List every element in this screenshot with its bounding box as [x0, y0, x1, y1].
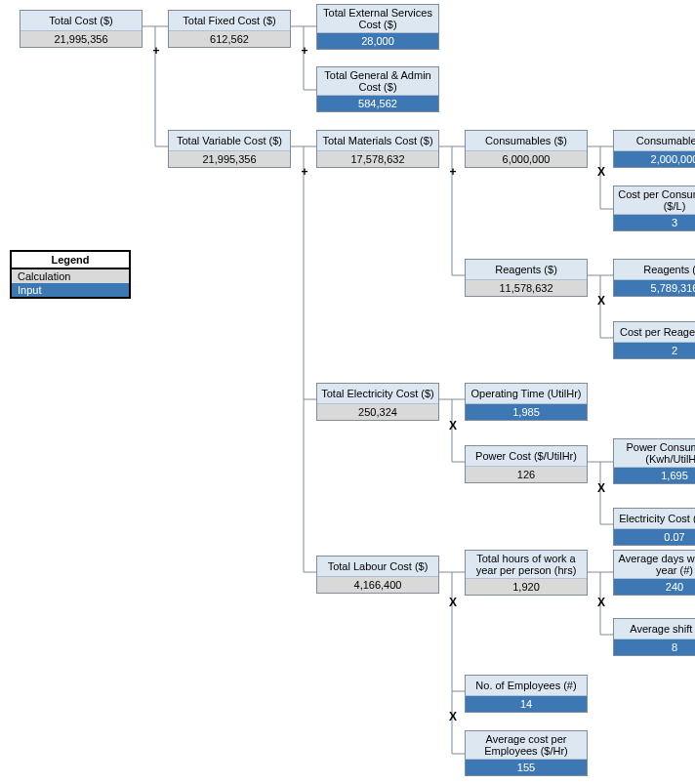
- node-title: Reagents ($): [466, 260, 587, 280]
- op-plus: +: [447, 166, 459, 178]
- node-value: 1,985: [466, 404, 587, 420]
- op-times: X: [447, 420, 459, 432]
- node-value: 4,166,400: [317, 577, 438, 593]
- node-title: Average cost per Employees ($/Hr): [466, 731, 587, 760]
- node-avg-cost-emp: Average cost per Employees ($/Hr) 155: [465, 730, 588, 776]
- op-plus: +: [299, 166, 310, 178]
- op-times: X: [595, 597, 607, 608]
- node-title: Average days worked a year (#): [614, 551, 695, 579]
- node-value: 240: [614, 579, 695, 595]
- op-times: X: [595, 482, 607, 494]
- node-title: Total Materials Cost ($): [317, 131, 438, 151]
- node-consumable-l: Consumable (L) 2,000,000: [613, 130, 695, 168]
- node-total-cost: Total Cost ($) 21,995,356: [20, 10, 143, 48]
- op-times: X: [595, 166, 607, 178]
- node-value: 28,000: [317, 33, 438, 49]
- node-ext-services: Total External Services Cost ($) 28,000: [316, 4, 439, 50]
- op-times: X: [595, 295, 607, 307]
- node-avg-shift: Average shift (Hrs) 8: [613, 618, 695, 656]
- node-value: 11,578,632: [466, 280, 587, 296]
- op-plus: +: [150, 45, 162, 57]
- node-value: 5,789,316: [614, 280, 695, 296]
- node-title: Average shift (Hrs): [614, 619, 695, 640]
- node-total-fixed: Total Fixed Cost ($) 612,562: [168, 10, 291, 48]
- node-op-time: Operating Time (UtilHr) 1,985: [465, 383, 588, 421]
- node-value: 612,562: [169, 31, 290, 47]
- node-title: Reagents (L): [614, 260, 695, 280]
- legend: Legend Calculation Input: [10, 250, 131, 299]
- node-elec-cost: Electricity Cost ($/Kwh) 0.07: [613, 508, 695, 546]
- node-value: 3: [614, 215, 695, 230]
- legend-title: Legend: [12, 252, 129, 269]
- node-title: Consumables ($): [466, 131, 587, 151]
- node-value: 1,695: [614, 468, 695, 483]
- node-title: Total Labour Cost ($): [317, 557, 438, 577]
- node-value: 6,000,000: [466, 151, 587, 167]
- node-title: Power Consumption (Kwh/UtilHr): [614, 439, 695, 468]
- node-title: Electricity Cost ($/Kwh): [614, 509, 695, 529]
- node-cost-per-reagent: Cost per Reagent ($/L) 2: [613, 321, 695, 359]
- op-plus: +: [299, 45, 310, 57]
- node-title: Cost per Reagent ($/L): [614, 322, 695, 343]
- node-reagents-l: Reagents (L) 5,789,316: [613, 259, 695, 297]
- node-total-var: Total Variable Cost ($) 21,995,356: [168, 130, 291, 168]
- node-value: 584,562: [317, 96, 438, 111]
- node-value: 1,920: [466, 579, 587, 595]
- node-value: 21,995,356: [20, 31, 142, 47]
- legend-row-input: Input: [12, 283, 129, 297]
- op-times: X: [447, 711, 459, 722]
- node-title: No. of Employees (#): [466, 676, 587, 696]
- node-title: Operating Time (UtilHr): [466, 384, 587, 404]
- node-value: 2: [614, 343, 695, 358]
- node-title: Consumable (L): [614, 131, 695, 151]
- node-total-labour: Total Labour Cost ($) 4,166,400: [316, 556, 439, 594]
- op-times: X: [447, 597, 459, 608]
- node-hours-per-person: Total hours of work a year per person (h…: [465, 550, 588, 596]
- legend-row-calc: Calculation: [12, 269, 129, 283]
- node-value: 8: [614, 640, 695, 655]
- node-title: Total hours of work a year per person (h…: [466, 551, 587, 579]
- node-power-cons: Power Consumption (Kwh/UtilHr) 1,695: [613, 438, 695, 484]
- node-title: Total General & Admin Cost ($): [317, 67, 438, 96]
- node-total-elec: Total Electricity Cost ($) 250,324: [316, 383, 439, 421]
- node-total-materials: Total Materials Cost ($) 17,578,632: [316, 130, 439, 168]
- node-title: Total Fixed Cost ($): [169, 11, 290, 31]
- node-gen-admin: Total General & Admin Cost ($) 584,562: [316, 66, 439, 112]
- node-cost-per-cons-l: Cost per Consumable L ($/L) 3: [613, 186, 695, 231]
- node-value: 155: [466, 760, 587, 775]
- node-title: Total Electricity Cost ($): [317, 384, 438, 404]
- node-title: Total External Services Cost ($): [317, 5, 438, 33]
- node-title: Cost per Consumable L ($/L): [614, 186, 695, 215]
- node-power-cost: Power Cost ($/UtilHr) 126: [465, 445, 588, 483]
- node-avg-days: Average days worked a year (#) 240: [613, 550, 695, 596]
- node-num-emp: No. of Employees (#) 14: [465, 675, 588, 713]
- node-title: Power Cost ($/UtilHr): [466, 446, 587, 467]
- node-title: Total Variable Cost ($): [169, 131, 290, 151]
- node-value: 2,000,000: [614, 151, 695, 167]
- node-value: 126: [466, 467, 587, 482]
- node-value: 250,324: [317, 404, 438, 420]
- node-value: 0.07: [614, 529, 695, 545]
- node-reagents: Reagents ($) 11,578,632: [465, 259, 588, 297]
- node-value: 21,995,356: [169, 151, 290, 167]
- node-consumables: Consumables ($) 6,000,000: [465, 130, 588, 168]
- node-value: 14: [466, 696, 587, 712]
- node-value: 17,578,632: [317, 151, 438, 167]
- node-title: Total Cost ($): [20, 11, 142, 31]
